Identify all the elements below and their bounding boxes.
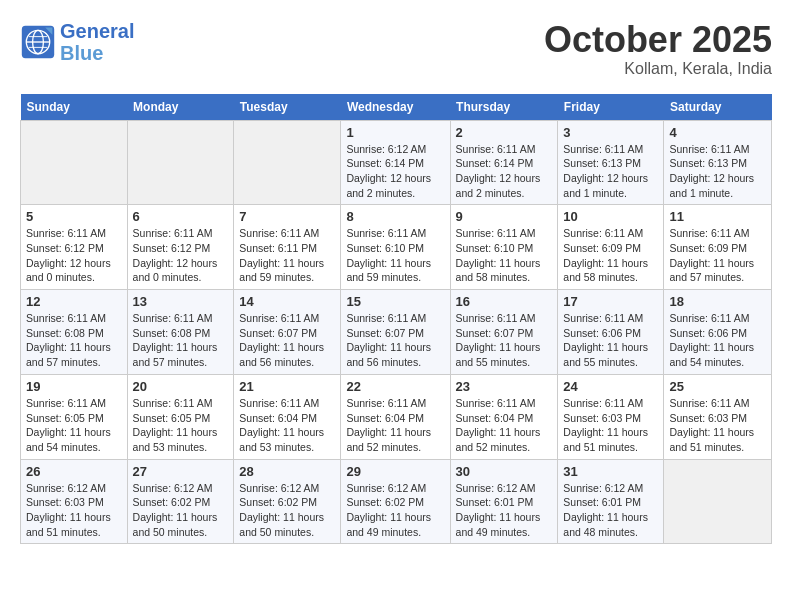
day-info: Sunrise: 6:11 AM Sunset: 6:10 PM Dayligh… (346, 226, 444, 285)
day-info: Sunrise: 6:11 AM Sunset: 6:04 PM Dayligh… (456, 396, 553, 455)
day-info: Sunrise: 6:11 AM Sunset: 6:12 PM Dayligh… (133, 226, 229, 285)
calendar-cell (234, 120, 341, 205)
day-info: Sunrise: 6:12 AM Sunset: 6:01 PM Dayligh… (456, 481, 553, 540)
day-number: 23 (456, 379, 553, 394)
logo-general: General (60, 20, 134, 42)
calendar-cell (21, 120, 128, 205)
day-number: 2 (456, 125, 553, 140)
calendar-cell: 26Sunrise: 6:12 AM Sunset: 6:03 PM Dayli… (21, 459, 128, 544)
day-number: 8 (346, 209, 444, 224)
day-info: Sunrise: 6:11 AM Sunset: 6:03 PM Dayligh… (669, 396, 766, 455)
calendar-cell: 17Sunrise: 6:11 AM Sunset: 6:06 PM Dayli… (558, 290, 664, 375)
location-subtitle: Kollam, Kerala, India (544, 60, 772, 78)
calendar-cell: 29Sunrise: 6:12 AM Sunset: 6:02 PM Dayli… (341, 459, 450, 544)
weekday-header-saturday: Saturday (664, 94, 772, 121)
page-header: General Blue October 2025 Kollam, Kerala… (20, 20, 772, 78)
calendar-cell: 27Sunrise: 6:12 AM Sunset: 6:02 PM Dayli… (127, 459, 234, 544)
day-number: 28 (239, 464, 335, 479)
calendar-cell: 10Sunrise: 6:11 AM Sunset: 6:09 PM Dayli… (558, 205, 664, 290)
day-number: 21 (239, 379, 335, 394)
calendar-cell: 24Sunrise: 6:11 AM Sunset: 6:03 PM Dayli… (558, 374, 664, 459)
day-info: Sunrise: 6:11 AM Sunset: 6:07 PM Dayligh… (346, 311, 444, 370)
day-info: Sunrise: 6:11 AM Sunset: 6:06 PM Dayligh… (669, 311, 766, 370)
day-info: Sunrise: 6:12 AM Sunset: 6:02 PM Dayligh… (239, 481, 335, 540)
day-number: 10 (563, 209, 658, 224)
day-number: 4 (669, 125, 766, 140)
day-number: 13 (133, 294, 229, 309)
day-info: Sunrise: 6:12 AM Sunset: 6:02 PM Dayligh… (133, 481, 229, 540)
day-info: Sunrise: 6:11 AM Sunset: 6:14 PM Dayligh… (456, 142, 553, 201)
weekday-header-friday: Friday (558, 94, 664, 121)
day-number: 27 (133, 464, 229, 479)
weekday-header-wednesday: Wednesday (341, 94, 450, 121)
calendar-cell: 6Sunrise: 6:11 AM Sunset: 6:12 PM Daylig… (127, 205, 234, 290)
weekday-header-sunday: Sunday (21, 94, 128, 121)
day-number: 15 (346, 294, 444, 309)
day-info: Sunrise: 6:11 AM Sunset: 6:07 PM Dayligh… (456, 311, 553, 370)
calendar-cell: 3Sunrise: 6:11 AM Sunset: 6:13 PM Daylig… (558, 120, 664, 205)
day-info: Sunrise: 6:11 AM Sunset: 6:11 PM Dayligh… (239, 226, 335, 285)
day-number: 1 (346, 125, 444, 140)
calendar-cell: 2Sunrise: 6:11 AM Sunset: 6:14 PM Daylig… (450, 120, 558, 205)
day-number: 22 (346, 379, 444, 394)
day-info: Sunrise: 6:11 AM Sunset: 6:03 PM Dayligh… (563, 396, 658, 455)
day-info: Sunrise: 6:11 AM Sunset: 6:08 PM Dayligh… (26, 311, 122, 370)
day-number: 14 (239, 294, 335, 309)
day-number: 24 (563, 379, 658, 394)
day-number: 26 (26, 464, 122, 479)
day-info: Sunrise: 6:11 AM Sunset: 6:09 PM Dayligh… (563, 226, 658, 285)
weekday-header-row: SundayMondayTuesdayWednesdayThursdayFrid… (21, 94, 772, 121)
calendar-cell: 14Sunrise: 6:11 AM Sunset: 6:07 PM Dayli… (234, 290, 341, 375)
logo: General Blue (20, 20, 134, 64)
calendar-week-4: 19Sunrise: 6:11 AM Sunset: 6:05 PM Dayli… (21, 374, 772, 459)
calendar-cell: 5Sunrise: 6:11 AM Sunset: 6:12 PM Daylig… (21, 205, 128, 290)
calendar-cell (664, 459, 772, 544)
day-info: Sunrise: 6:11 AM Sunset: 6:12 PM Dayligh… (26, 226, 122, 285)
day-number: 3 (563, 125, 658, 140)
day-info: Sunrise: 6:11 AM Sunset: 6:13 PM Dayligh… (669, 142, 766, 201)
calendar-cell: 28Sunrise: 6:12 AM Sunset: 6:02 PM Dayli… (234, 459, 341, 544)
day-info: Sunrise: 6:12 AM Sunset: 6:01 PM Dayligh… (563, 481, 658, 540)
day-number: 12 (26, 294, 122, 309)
calendar-cell: 1Sunrise: 6:12 AM Sunset: 6:14 PM Daylig… (341, 120, 450, 205)
calendar-cell: 22Sunrise: 6:11 AM Sunset: 6:04 PM Dayli… (341, 374, 450, 459)
day-info: Sunrise: 6:11 AM Sunset: 6:07 PM Dayligh… (239, 311, 335, 370)
weekday-header-monday: Monday (127, 94, 234, 121)
calendar-cell: 15Sunrise: 6:11 AM Sunset: 6:07 PM Dayli… (341, 290, 450, 375)
calendar-cell: 20Sunrise: 6:11 AM Sunset: 6:05 PM Dayli… (127, 374, 234, 459)
day-number: 5 (26, 209, 122, 224)
day-info: Sunrise: 6:12 AM Sunset: 6:14 PM Dayligh… (346, 142, 444, 201)
calendar-cell: 11Sunrise: 6:11 AM Sunset: 6:09 PM Dayli… (664, 205, 772, 290)
day-number: 29 (346, 464, 444, 479)
month-title: October 2025 (544, 20, 772, 60)
day-number: 6 (133, 209, 229, 224)
day-number: 17 (563, 294, 658, 309)
day-info: Sunrise: 6:11 AM Sunset: 6:10 PM Dayligh… (456, 226, 553, 285)
calendar-cell: 8Sunrise: 6:11 AM Sunset: 6:10 PM Daylig… (341, 205, 450, 290)
day-info: Sunrise: 6:11 AM Sunset: 6:05 PM Dayligh… (26, 396, 122, 455)
day-number: 16 (456, 294, 553, 309)
day-number: 18 (669, 294, 766, 309)
calendar-cell: 19Sunrise: 6:11 AM Sunset: 6:05 PM Dayli… (21, 374, 128, 459)
calendar-cell: 9Sunrise: 6:11 AM Sunset: 6:10 PM Daylig… (450, 205, 558, 290)
day-info: Sunrise: 6:11 AM Sunset: 6:08 PM Dayligh… (133, 311, 229, 370)
title-block: October 2025 Kollam, Kerala, India (544, 20, 772, 78)
day-info: Sunrise: 6:11 AM Sunset: 6:13 PM Dayligh… (563, 142, 658, 201)
day-number: 9 (456, 209, 553, 224)
calendar-week-5: 26Sunrise: 6:12 AM Sunset: 6:03 PM Dayli… (21, 459, 772, 544)
day-number: 31 (563, 464, 658, 479)
day-info: Sunrise: 6:12 AM Sunset: 6:02 PM Dayligh… (346, 481, 444, 540)
calendar-cell: 4Sunrise: 6:11 AM Sunset: 6:13 PM Daylig… (664, 120, 772, 205)
day-info: Sunrise: 6:11 AM Sunset: 6:06 PM Dayligh… (563, 311, 658, 370)
day-number: 7 (239, 209, 335, 224)
logo-blue: Blue (60, 42, 134, 64)
calendar-week-2: 5Sunrise: 6:11 AM Sunset: 6:12 PM Daylig… (21, 205, 772, 290)
calendar-table: SundayMondayTuesdayWednesdayThursdayFrid… (20, 94, 772, 545)
calendar-cell: 25Sunrise: 6:11 AM Sunset: 6:03 PM Dayli… (664, 374, 772, 459)
day-number: 19 (26, 379, 122, 394)
calendar-cell: 13Sunrise: 6:11 AM Sunset: 6:08 PM Dayli… (127, 290, 234, 375)
calendar-cell: 7Sunrise: 6:11 AM Sunset: 6:11 PM Daylig… (234, 205, 341, 290)
calendar-cell: 23Sunrise: 6:11 AM Sunset: 6:04 PM Dayli… (450, 374, 558, 459)
calendar-cell: 21Sunrise: 6:11 AM Sunset: 6:04 PM Dayli… (234, 374, 341, 459)
weekday-header-tuesday: Tuesday (234, 94, 341, 121)
